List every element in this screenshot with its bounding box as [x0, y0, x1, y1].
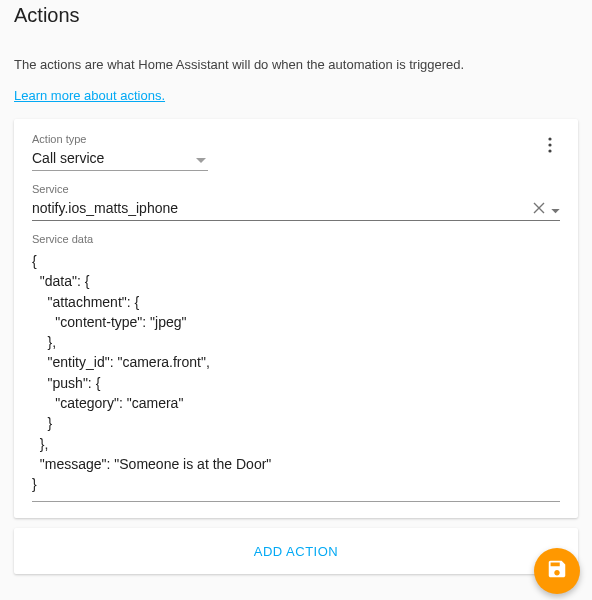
service-value: notify.ios_matts_iphone [32, 200, 178, 216]
service-data-label: Service data [32, 233, 560, 245]
actions-description: The actions are what Home Assistant will… [14, 57, 578, 72]
service-data-field: Service data { "data": { "attachment": {… [32, 233, 560, 502]
add-action-button[interactable]: ADD ACTION [14, 528, 578, 574]
clear-icon[interactable] [533, 200, 545, 218]
service-label: Service [32, 183, 560, 195]
service-data-textarea[interactable]: { "data": { "attachment": { "content-typ… [32, 251, 560, 502]
save-icon [546, 558, 568, 584]
action-type-select[interactable]: Call service [32, 147, 208, 171]
svg-point-0 [548, 137, 551, 140]
page-title: Actions [14, 4, 578, 27]
action-type-label: Action type [32, 133, 208, 145]
service-field: Service notify.ios_matts_iphone [32, 183, 560, 221]
save-fab[interactable] [534, 548, 580, 594]
action-card: Action type Call service Service notify.… [14, 119, 578, 518]
dropdown-icon[interactable] [551, 200, 560, 218]
add-action-label: ADD ACTION [254, 544, 338, 559]
svg-point-1 [548, 143, 551, 146]
service-combobox[interactable]: notify.ios_matts_iphone [32, 197, 560, 221]
action-type-value: Call service [32, 150, 104, 166]
svg-point-2 [548, 149, 551, 152]
learn-more-link[interactable]: Learn more about actions. [14, 88, 165, 103]
more-vert-icon[interactable] [538, 133, 562, 157]
action-type-field: Action type Call service [32, 133, 208, 171]
chevron-down-icon [196, 150, 206, 168]
